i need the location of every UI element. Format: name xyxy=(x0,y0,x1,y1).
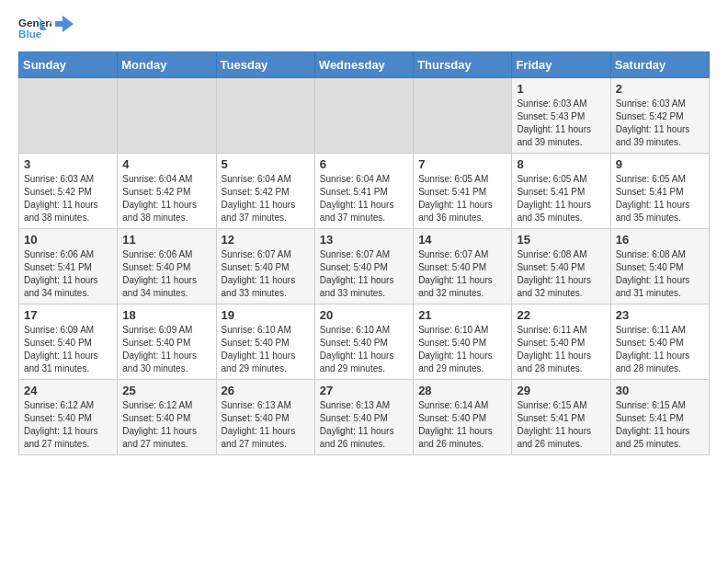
weekday-sunday: Sunday xyxy=(19,52,118,78)
calendar-cell xyxy=(118,78,216,154)
day-number: 16 xyxy=(616,233,704,247)
day-info: Sunrise: 6:09 AM Sunset: 5:40 PM Dayligh… xyxy=(24,324,112,375)
day-number: 2 xyxy=(616,82,704,96)
day-number: 13 xyxy=(320,233,408,247)
day-number: 17 xyxy=(24,308,112,322)
day-number: 1 xyxy=(517,82,605,96)
day-number: 12 xyxy=(222,233,310,247)
calendar-cell xyxy=(216,78,314,154)
week-row-2: 3Sunrise: 6:03 AM Sunset: 5:42 PM Daylig… xyxy=(19,154,710,229)
day-number: 26 xyxy=(222,384,310,397)
day-info: Sunrise: 6:04 AM Sunset: 5:41 PM Dayligh… xyxy=(320,173,408,224)
calendar-cell: 7Sunrise: 6:05 AM Sunset: 5:41 PM Daylig… xyxy=(414,154,512,229)
calendar-cell: 2Sunrise: 6:03 AM Sunset: 5:42 PM Daylig… xyxy=(610,78,709,154)
calendar-cell: 15Sunrise: 6:08 AM Sunset: 5:40 PM Dayli… xyxy=(512,229,610,304)
day-info: Sunrise: 6:15 AM Sunset: 5:41 PM Dayligh… xyxy=(616,399,704,451)
calendar-cell xyxy=(19,78,118,154)
calendar-cell: 27Sunrise: 6:13 AM Sunset: 5:40 PM Dayli… xyxy=(314,380,413,455)
day-number: 9 xyxy=(616,157,704,171)
day-number: 6 xyxy=(320,157,408,171)
day-number: 18 xyxy=(122,308,210,322)
day-info: Sunrise: 6:09 AM Sunset: 5:40 PM Dayligh… xyxy=(122,324,210,375)
day-info: Sunrise: 6:12 AM Sunset: 5:40 PM Dayligh… xyxy=(122,399,210,451)
header: General Blue xyxy=(18,15,710,40)
calendar-cell: 12Sunrise: 6:07 AM Sunset: 5:40 PM Dayli… xyxy=(216,229,314,304)
day-info: Sunrise: 6:05 AM Sunset: 5:41 PM Dayligh… xyxy=(616,173,704,224)
day-number: 28 xyxy=(418,384,506,397)
day-number: 19 xyxy=(222,308,310,322)
calendar-cell: 3Sunrise: 6:03 AM Sunset: 5:42 PM Daylig… xyxy=(19,154,118,229)
day-info: Sunrise: 6:07 AM Sunset: 5:40 PM Dayligh… xyxy=(320,248,408,300)
calendar-cell: 14Sunrise: 6:07 AM Sunset: 5:40 PM Dayli… xyxy=(414,229,512,304)
calendar-cell xyxy=(414,78,512,154)
day-number: 7 xyxy=(418,157,506,171)
day-info: Sunrise: 6:05 AM Sunset: 5:41 PM Dayligh… xyxy=(418,173,506,224)
calendar-cell: 4Sunrise: 6:04 AM Sunset: 5:42 PM Daylig… xyxy=(118,154,216,229)
day-info: Sunrise: 6:08 AM Sunset: 5:40 PM Dayligh… xyxy=(517,248,605,300)
calendar-cell: 1Sunrise: 6:03 AM Sunset: 5:43 PM Daylig… xyxy=(512,78,610,154)
calendar-cell: 30Sunrise: 6:15 AM Sunset: 5:41 PM Dayli… xyxy=(610,380,709,455)
calendar-cell: 6Sunrise: 6:04 AM Sunset: 5:41 PM Daylig… xyxy=(314,154,413,229)
svg-marker-3 xyxy=(55,16,74,32)
day-info: Sunrise: 6:04 AM Sunset: 5:42 PM Dayligh… xyxy=(122,173,210,224)
calendar-cell: 24Sunrise: 6:12 AM Sunset: 5:40 PM Dayli… xyxy=(19,380,118,455)
day-number: 27 xyxy=(320,384,408,397)
day-info: Sunrise: 6:10 AM Sunset: 5:40 PM Dayligh… xyxy=(222,324,310,375)
day-info: Sunrise: 6:05 AM Sunset: 5:41 PM Dayligh… xyxy=(517,173,605,224)
day-info: Sunrise: 6:04 AM Sunset: 5:42 PM Dayligh… xyxy=(222,173,310,224)
day-info: Sunrise: 6:13 AM Sunset: 5:40 PM Dayligh… xyxy=(320,399,408,451)
weekday-thursday: Thursday xyxy=(414,52,512,78)
calendar-cell: 26Sunrise: 6:13 AM Sunset: 5:40 PM Dayli… xyxy=(216,380,314,455)
day-info: Sunrise: 6:12 AM Sunset: 5:40 PM Dayligh… xyxy=(24,399,112,451)
day-info: Sunrise: 6:10 AM Sunset: 5:40 PM Dayligh… xyxy=(418,324,506,375)
logo-arrow-icon xyxy=(55,14,75,34)
calendar-header: SundayMondayTuesdayWednesdayThursdayFrid… xyxy=(19,52,710,78)
week-row-5: 24Sunrise: 6:12 AM Sunset: 5:40 PM Dayli… xyxy=(19,380,710,455)
day-info: Sunrise: 6:08 AM Sunset: 5:40 PM Dayligh… xyxy=(616,248,704,300)
calendar-cell: 23Sunrise: 6:11 AM Sunset: 5:40 PM Dayli… xyxy=(610,304,709,380)
weekday-monday: Monday xyxy=(118,52,216,78)
day-number: 4 xyxy=(122,157,210,171)
day-info: Sunrise: 6:11 AM Sunset: 5:40 PM Dayligh… xyxy=(616,324,704,375)
day-number: 24 xyxy=(24,384,112,397)
calendar-cell: 11Sunrise: 6:06 AM Sunset: 5:40 PM Dayli… xyxy=(118,229,216,304)
day-number: 23 xyxy=(616,308,704,322)
day-number: 15 xyxy=(517,233,605,247)
calendar-cell: 17Sunrise: 6:09 AM Sunset: 5:40 PM Dayli… xyxy=(19,304,118,380)
week-row-1: 1Sunrise: 6:03 AM Sunset: 5:43 PM Daylig… xyxy=(19,78,710,154)
calendar-cell: 19Sunrise: 6:10 AM Sunset: 5:40 PM Dayli… xyxy=(216,304,314,380)
calendar-cell: 25Sunrise: 6:12 AM Sunset: 5:40 PM Dayli… xyxy=(118,380,216,455)
day-number: 29 xyxy=(517,384,605,397)
calendar-cell: 18Sunrise: 6:09 AM Sunset: 5:40 PM Dayli… xyxy=(118,304,216,380)
day-info: Sunrise: 6:10 AM Sunset: 5:40 PM Dayligh… xyxy=(320,324,408,375)
day-number: 14 xyxy=(418,233,506,247)
day-info: Sunrise: 6:06 AM Sunset: 5:41 PM Dayligh… xyxy=(24,248,112,300)
day-info: Sunrise: 6:13 AM Sunset: 5:40 PM Dayligh… xyxy=(222,399,310,451)
day-info: Sunrise: 6:03 AM Sunset: 5:42 PM Dayligh… xyxy=(616,98,704,149)
week-row-4: 17Sunrise: 6:09 AM Sunset: 5:40 PM Dayli… xyxy=(19,304,710,380)
day-info: Sunrise: 6:15 AM Sunset: 5:41 PM Dayligh… xyxy=(517,399,605,451)
calendar-table: SundayMondayTuesdayWednesdayThursdayFrid… xyxy=(18,52,710,455)
weekday-saturday: Saturday xyxy=(610,52,709,78)
calendar-cell: 13Sunrise: 6:07 AM Sunset: 5:40 PM Dayli… xyxy=(314,229,413,304)
day-number: 8 xyxy=(517,157,605,171)
logo: General Blue xyxy=(18,15,75,40)
day-info: Sunrise: 6:11 AM Sunset: 5:40 PM Dayligh… xyxy=(517,324,605,375)
weekday-friday: Friday xyxy=(512,52,610,78)
day-info: Sunrise: 6:06 AM Sunset: 5:40 PM Dayligh… xyxy=(122,248,210,300)
svg-text:Blue: Blue xyxy=(18,28,42,40)
calendar-cell: 21Sunrise: 6:10 AM Sunset: 5:40 PM Dayli… xyxy=(414,304,512,380)
calendar-cell: 8Sunrise: 6:05 AM Sunset: 5:41 PM Daylig… xyxy=(512,154,610,229)
calendar-cell: 5Sunrise: 6:04 AM Sunset: 5:42 PM Daylig… xyxy=(216,154,314,229)
week-row-3: 10Sunrise: 6:06 AM Sunset: 5:41 PM Dayli… xyxy=(19,229,710,304)
day-number: 11 xyxy=(122,233,210,247)
day-number: 20 xyxy=(320,308,408,322)
calendar-cell: 29Sunrise: 6:15 AM Sunset: 5:41 PM Dayli… xyxy=(512,380,610,455)
day-info: Sunrise: 6:07 AM Sunset: 5:40 PM Dayligh… xyxy=(222,248,310,300)
day-info: Sunrise: 6:03 AM Sunset: 5:43 PM Dayligh… xyxy=(517,98,605,149)
day-number: 25 xyxy=(122,384,210,397)
calendar-cell: 22Sunrise: 6:11 AM Sunset: 5:40 PM Dayli… xyxy=(512,304,610,380)
calendar-cell xyxy=(314,78,413,154)
calendar-cell: 9Sunrise: 6:05 AM Sunset: 5:41 PM Daylig… xyxy=(610,154,709,229)
day-number: 22 xyxy=(517,308,605,322)
